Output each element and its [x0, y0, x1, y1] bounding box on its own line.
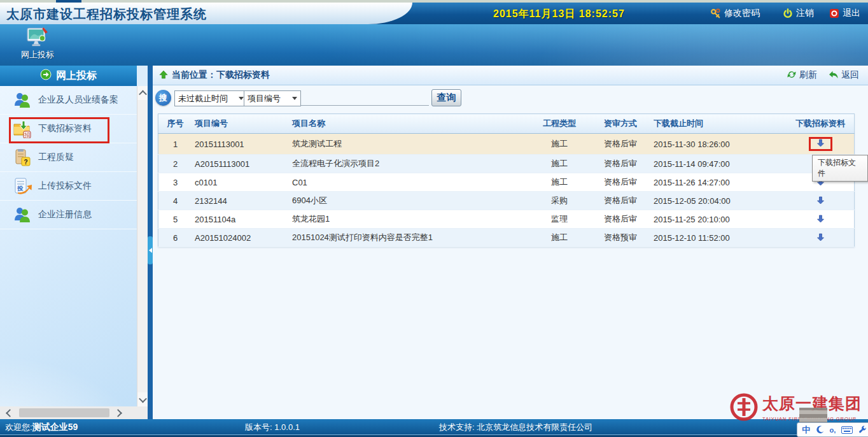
change-password-button[interactable]: 修改密码 [710, 7, 760, 20]
collapse-handle[interactable] [148, 236, 153, 264]
folder-download-icon: 招 [13, 119, 32, 138]
monitor-icon [9, 27, 66, 48]
title-bar: 太原市建设工程招标投标管理系统 2015年11月13日 18:52:57 修改密… [0, 3, 868, 24]
search-input[interactable] [300, 91, 429, 106]
sidebar: 网上投标 企业及人员业绩备案 招 下载招标资料 ? 工程质疑 投 上传投标文件 [0, 66, 148, 419]
cell-review: 资格后审 [590, 134, 651, 155]
exit-button[interactable]: 退出 [829, 7, 860, 20]
current-user: 测试企业59 [32, 422, 78, 432]
logout-button[interactable]: 注销 [783, 7, 814, 20]
app-root: 太原市建设工程招标投标管理系统 2015年11月13日 18:52:57 修改密… [0, 0, 868, 437]
green-circle-arrow-icon [40, 69, 52, 83]
cell-deadline: 2015-12-05 20:04:00 [651, 192, 787, 210]
question-doc-icon: ? [13, 148, 32, 167]
cell-seq: 1 [158, 134, 193, 155]
cell-review: 资格后审 [590, 173, 651, 192]
keys-icon [710, 8, 721, 19]
table-row[interactable]: 6 A20151024002 20151024测试打印资料内容是否完整1 施工 … [158, 229, 855, 247]
svg-text:?: ? [24, 159, 28, 166]
ime-language-toggle[interactable]: 中 [802, 424, 810, 436]
download-button[interactable] [810, 214, 831, 225]
col-download: 下载招标资料 [787, 114, 855, 134]
chevron-down-icon [292, 97, 297, 100]
field-filter-select[interactable]: 项目编号 [244, 90, 301, 106]
table-row[interactable]: 4 2132144 6904小区 采购 资格后审 2015-12-05 20:0… [158, 192, 855, 210]
back-label: 返回 [841, 69, 859, 81]
sidebar-header-label: 网上投标 [56, 69, 97, 83]
sidebar-item-performance-record[interactable]: 企业及人员业绩备案 [0, 86, 137, 115]
scroll-down-arrow[interactable] [137, 392, 148, 406]
deadline-filter-select[interactable]: 未过截止时间 [174, 90, 248, 106]
scroll-right-arrow[interactable] [109, 406, 126, 419]
table-row[interactable]: 3 c0101 C01 施工 资格后审 2015-11-26 14:27:00 [158, 173, 855, 192]
col-code: 项目编号 [192, 114, 290, 134]
cell-review: 资格后审 [590, 192, 651, 210]
back-arrow-icon [829, 69, 839, 82]
company-watermark: 太原一建集团 TAIYUAN FIRST BUILDING GROUP [729, 392, 865, 426]
change-password-label: 修改密码 [724, 8, 760, 19]
refresh-icon [787, 69, 797, 82]
scroll-left-arrow[interactable] [1, 406, 18, 419]
scrollbar-thumb[interactable] [19, 408, 109, 417]
blue-down-arrow-icon [816, 139, 825, 147]
sidebar-item-label: 企业及人员业绩备案 [38, 94, 118, 106]
sidebar-item-upload-bid-file[interactable]: 投 上传投标文件 [0, 172, 137, 201]
power-icon [783, 8, 793, 18]
logout-label: 注销 [796, 8, 814, 19]
col-seq: 序号 [158, 114, 193, 134]
cell-name: 全流程电子化演示项目2 [290, 155, 529, 173]
cell-code: c0101 [192, 173, 290, 192]
ime-language-bar[interactable]: 中 o, [797, 422, 868, 437]
exit-icon [829, 8, 839, 18]
download-button[interactable] [809, 137, 832, 151]
breadcrumb-label: 当前位置：下载招标资料 [172, 69, 270, 81]
cell-seq: 3 [158, 173, 193, 192]
moon-icon[interactable] [816, 426, 824, 434]
col-name: 项目名称 [290, 114, 529, 134]
search-badge-icon: 搜 [155, 90, 171, 106]
cell-type: 采购 [529, 192, 590, 210]
sidebar-item-label: 工程质疑 [38, 152, 74, 163]
cell-type: 施工 [529, 173, 590, 192]
sidebar-item-project-question[interactable]: ? 工程质疑 [0, 143, 137, 172]
cell-code: A20151024002 [192, 229, 290, 247]
scroll-up-arrow[interactable] [137, 86, 148, 100]
cell-type: 施工 [529, 134, 590, 155]
cell-type: 施工 [529, 155, 590, 173]
cell-code: 20151113001 [192, 134, 290, 155]
table-row[interactable]: 2 A20151113001 全流程电子化演示项目2 施工 资格后审 2015-… [158, 155, 855, 173]
cell-name: 筑龙花园1 [290, 210, 529, 229]
datetime-display: 2015年11月13日 18:52:57 [493, 8, 625, 21]
module-online-bidding[interactable]: 网上投标 [9, 27, 66, 61]
cell-code: 2132144 [192, 192, 290, 210]
version-text: 版本号: 1.0.0.1 [245, 422, 300, 433]
cell-name: C01 [290, 173, 529, 192]
blue-down-arrow-icon [816, 215, 825, 223]
cell-seq: 5 [158, 210, 193, 229]
cell-seq: 6 [158, 229, 193, 247]
cell-deadline: 2015-11-30 18:26:00 [651, 134, 787, 155]
sidebar-item-download-bid-materials[interactable]: 招 下载招标资料 [0, 115, 137, 143]
panel-splitter[interactable] [148, 66, 153, 419]
module-label: 网上投标 [9, 49, 66, 61]
ime-punctuation-toggle[interactable]: o, [830, 426, 836, 434]
svg-text:投: 投 [17, 185, 24, 192]
download-button[interactable] [810, 196, 831, 206]
col-review: 资审方式 [590, 114, 651, 134]
red-ring-monogram-icon [729, 392, 759, 424]
cell-seq: 4 [158, 192, 193, 210]
back-button[interactable]: 返回 [829, 69, 859, 82]
blue-down-arrow-icon [816, 233, 825, 241]
table-row[interactable]: 5 20151104a 筑龙花园1 监理 资格后审 2015-11-25 20:… [158, 210, 855, 229]
sidebar-horizontal-scrollbar[interactable] [0, 406, 148, 419]
keyboard-icon[interactable] [841, 426, 853, 434]
table-row[interactable]: 1 20151113001 筑龙测试工程 施工 资格后审 2015-11-30 … [158, 134, 855, 155]
sidebar-item-company-registration[interactable]: 企业注册信息 [0, 201, 137, 229]
welcome-text: 欢迎您:测试企业59 [5, 422, 78, 433]
sidebar-vertical-scrollbar[interactable] [137, 86, 148, 406]
refresh-button[interactable]: 刷新 [787, 69, 817, 82]
bid-materials-table: 序号 项目编号 项目名称 工程类型 资审方式 下载截止时间 下载招标资料 1 2… [158, 113, 855, 247]
download-button[interactable] [810, 233, 831, 243]
query-button[interactable]: 查询 [431, 89, 461, 106]
wrench-icon[interactable] [858, 426, 867, 434]
